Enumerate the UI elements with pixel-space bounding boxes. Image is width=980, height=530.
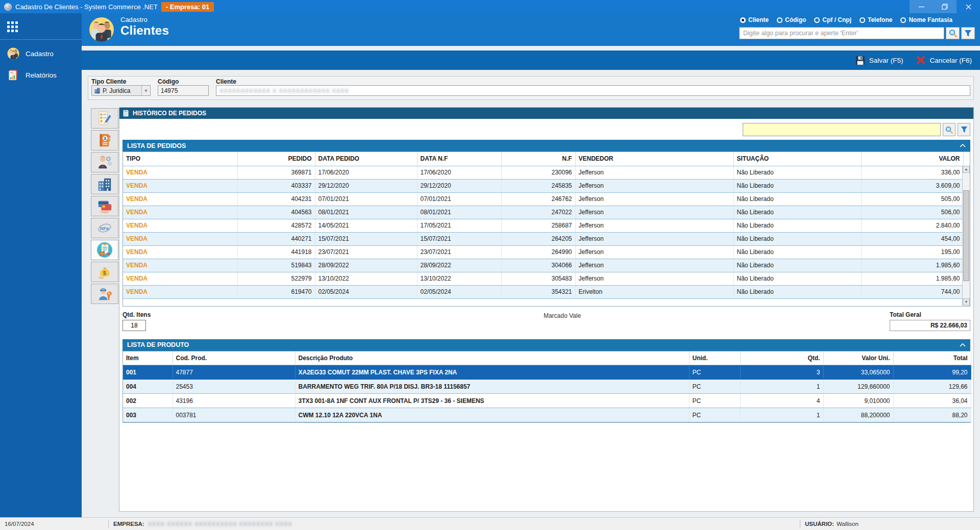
table-cell[interactable]: 264205	[501, 232, 575, 245]
table-row[interactable]: VENDA42857214/05/202117/05/2021258687Jef…	[123, 219, 963, 232]
tipo-cliente-dropdown[interactable]: P. Juridica ▼	[91, 85, 151, 96]
table-cell[interactable]: 003781	[173, 408, 295, 422]
table-cell[interactable]: 002	[123, 394, 173, 408]
scroll-up-arrow-icon[interactable]: ▲	[963, 166, 970, 173]
table-cell[interactable]: VENDA	[123, 232, 237, 245]
table-cell[interactable]: 28/09/2022	[417, 259, 501, 272]
table-cell[interactable]: 354321	[501, 285, 575, 298]
table-row[interactable]: VENDA40423107/01/202107/01/2021246762Jef…	[123, 192, 963, 206]
table-cell[interactable]: 13/10/2022	[417, 272, 501, 285]
table-cell[interactable]: VENDA	[123, 192, 237, 206]
table-cell[interactable]: 1.985,60	[861, 259, 963, 272]
table-cell[interactable]: 3TX3 001-8A 1NF CONT AUX FRONTAL P/ 3TS2…	[295, 394, 689, 408]
table-cell[interactable]: 304066	[501, 259, 575, 272]
table-row[interactable]: VENDA44191823/07/202123/07/2021264990Jef…	[123, 245, 963, 259]
table-cell[interactable]: PC	[689, 408, 740, 422]
table-cell[interactable]: Jefferson	[575, 259, 733, 272]
table-cell[interactable]: 001	[123, 365, 173, 380]
tab-company[interactable]	[91, 174, 118, 194]
table-cell[interactable]: PC	[689, 365, 740, 380]
table-cell[interactable]: 15/07/2021	[315, 232, 417, 245]
table-cell[interactable]: 28/09/2022	[315, 259, 417, 272]
tab-edit-form[interactable]	[91, 108, 118, 129]
table-cell[interactable]: 369871	[237, 166, 315, 179]
table-cell[interactable]: 264990	[501, 245, 575, 259]
table-cell[interactable]: VENDA	[123, 206, 237, 219]
table-cell[interactable]: 454,00	[861, 232, 963, 245]
table-row[interactable]: VENDA51984328/09/202228/09/2022304066Jef…	[123, 259, 963, 272]
table-cell[interactable]: Erivelton	[575, 285, 733, 298]
table-cell[interactable]: 404231	[237, 192, 315, 206]
collapse-chevron-icon[interactable]	[960, 343, 966, 347]
table-cell[interactable]: VENDA	[123, 285, 237, 298]
table-cell[interactable]: 08/01/2021	[417, 206, 501, 219]
column-header[interactable]: Item	[123, 351, 173, 365]
table-cell[interactable]: 88,20	[893, 408, 971, 422]
table-cell[interactable]: VENDA	[123, 272, 237, 285]
sidebar-item-cadastro[interactable]: Cadastro	[0, 43, 82, 64]
table-cell[interactable]: 15/07/2021	[417, 232, 501, 245]
table-cell[interactable]: Não Liberado	[733, 219, 861, 232]
tab-finance[interactable]: $	[91, 262, 118, 282]
table-cell[interactable]: CWM 12.10 12A 220VCA 1NA	[295, 408, 689, 422]
table-cell[interactable]: Não Liberado	[733, 192, 861, 206]
table-cell[interactable]: 13/10/2022	[315, 272, 417, 285]
tab-service[interactable]	[91, 284, 118, 304]
table-cell[interactable]: Jefferson	[575, 206, 733, 219]
table-cell[interactable]: VENDA	[123, 259, 237, 272]
table-cell[interactable]: 519843	[237, 259, 315, 272]
table-row[interactable]: VENDA40333729/12/202029/12/2020245835Jef…	[123, 179, 963, 192]
table-row[interactable]: 003003781CWM 12.10 12A 220VCA 1NAPC188,2…	[123, 408, 971, 422]
apps-grid-icon[interactable]	[7, 21, 82, 32]
search-mode-radio[interactable]: Código	[777, 16, 806, 23]
table-cell[interactable]: 9,010000	[823, 394, 893, 408]
table-cell[interactable]: 247022	[501, 206, 575, 219]
table-cell[interactable]: 619470	[237, 285, 315, 298]
table-cell[interactable]: 404563	[237, 206, 315, 219]
table-cell[interactable]: 07/01/2021	[315, 192, 417, 206]
cancel-button[interactable]: Cancelar (F6)	[916, 56, 972, 65]
table-cell[interactable]: 744,00	[861, 285, 963, 298]
column-header[interactable]: Unid.	[689, 351, 740, 365]
table-cell[interactable]: Jefferson	[575, 192, 733, 206]
table-cell[interactable]: Não Liberado	[733, 206, 861, 219]
pedidos-vertical-scrollbar[interactable]: ▲ ▼	[962, 166, 970, 306]
table-cell[interactable]: VENDA	[123, 245, 237, 259]
table-cell[interactable]: Não Liberado	[733, 259, 861, 272]
table-cell[interactable]: 230096	[501, 166, 575, 179]
table-cell[interactable]: 36,04	[893, 394, 971, 408]
table-cell[interactable]: 258687	[501, 219, 575, 232]
table-cell[interactable]: 3.609,00	[861, 179, 963, 192]
table-cell[interactable]: Jefferson	[575, 232, 733, 245]
save-button[interactable]: Salvar (F5)	[855, 56, 903, 65]
table-cell[interactable]: 403337	[237, 179, 315, 192]
table-cell[interactable]: 522979	[237, 272, 315, 285]
table-cell[interactable]: VENDA	[123, 219, 237, 232]
codigo-field[interactable]	[158, 85, 209, 96]
table-cell[interactable]: 336,00	[861, 166, 963, 179]
search-mode-radio[interactable]: Cliente	[740, 16, 769, 23]
table-cell[interactable]: Não Liberado	[733, 179, 861, 192]
collapse-chevron-icon[interactable]	[960, 144, 966, 147]
table-cell[interactable]: XA2EG33 COMUT 22MM PLAST. CHAVE 3PS FIXA…	[295, 365, 689, 380]
table-cell[interactable]: 428572	[237, 219, 315, 232]
sidebar-item-relatorios[interactable]: Relatórios	[0, 64, 82, 86]
restore-button[interactable]	[933, 0, 957, 13]
table-cell[interactable]: 17/06/2020	[417, 166, 501, 179]
table-cell[interactable]: 505,00	[861, 192, 963, 206]
table-cell[interactable]: 440271	[237, 232, 315, 245]
table-cell[interactable]: Jefferson	[575, 179, 733, 192]
column-header[interactable]: Qtd.	[740, 351, 823, 365]
table-cell[interactable]: 3	[740, 365, 823, 380]
table-cell[interactable]: 246762	[501, 192, 575, 206]
scroll-thumb[interactable]	[963, 190, 969, 281]
table-cell[interactable]: 33,065000	[823, 365, 893, 380]
column-header[interactable]: VALOR	[861, 152, 963, 166]
table-cell[interactable]: 29/12/2020	[417, 179, 501, 192]
scroll-down-arrow-icon[interactable]: ▼	[963, 298, 970, 306]
table-cell[interactable]: 17/05/2021	[417, 219, 501, 232]
search-mode-radio[interactable]: Cpf / Cnpj	[814, 16, 851, 23]
table-cell[interactable]: 305483	[501, 272, 575, 285]
column-header[interactable]: DATA N.F	[417, 152, 501, 166]
table-row[interactable]: 00147877XA2EG33 COMUT 22MM PLAST. CHAVE …	[123, 365, 971, 380]
